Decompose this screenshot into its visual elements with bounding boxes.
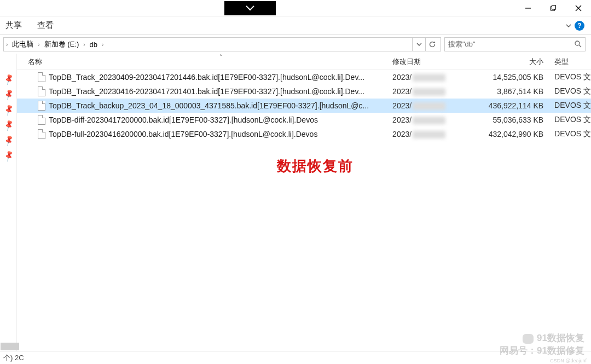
- search-box[interactable]: 搜索"db": [444, 37, 586, 51]
- chevron-down-icon: [566, 24, 571, 28]
- refresh-icon: [428, 41, 436, 48]
- refresh-button[interactable]: [425, 38, 438, 51]
- column-header-name[interactable]: 名称: [17, 54, 392, 70]
- file-icon: [38, 86, 45, 96]
- file-name-cell: TopDB-full-20230416200000.bak.id[1E79EF0…: [17, 129, 392, 139]
- file-size-cell: 14,525,005 KB: [469, 73, 551, 82]
- chevron-right-icon: ›: [38, 42, 39, 48]
- file-type-cell: DEVOS 文: [551, 129, 591, 139]
- file-date-cell: 2023/: [392, 73, 469, 82]
- chevron-right-icon: ›: [102, 42, 103, 48]
- ribbon-tab-view[interactable]: 查看: [37, 20, 54, 31]
- help-icon[interactable]: ?: [575, 21, 584, 31]
- search-placeholder: 搜索"db": [448, 39, 476, 49]
- file-name-text: TopDB_Track_20230409-20230417201446.bak.…: [49, 73, 364, 82]
- file-size-cell: 55,036,633 KB: [469, 115, 551, 124]
- minimize-button[interactable]: [515, 0, 541, 16]
- column-header-size[interactable]: 大小: [469, 54, 551, 70]
- maximize-icon: [550, 5, 557, 11]
- address-dropdown-button[interactable]: [412, 38, 425, 51]
- search-icon: [574, 40, 582, 48]
- ribbon-tab-share[interactable]: 共享: [5, 20, 22, 31]
- ribbon-expand-chevron[interactable]: [566, 24, 571, 28]
- sidebar-scrollbar[interactable]: [1, 343, 19, 350]
- file-rows: TopDB_Track_20230409-20230417201446.bak.…: [17, 70, 591, 141]
- minimize-icon: [525, 5, 531, 11]
- chevron-right-icon: ›: [83, 42, 85, 48]
- file-row[interactable]: TopDB_Track_20230416-20230417201401.bak.…: [17, 84, 591, 99]
- file-row[interactable]: TopDB-full-20230416200000.bak.id[1E79EF0…: [17, 127, 591, 141]
- breadcrumb-volume[interactable]: 新加卷 (E:): [42, 39, 82, 49]
- search-button[interactable]: [574, 40, 582, 49]
- file-date-prefix: 2023/: [392, 73, 412, 82]
- breadcrumb-label: db: [90, 41, 97, 49]
- file-date-blurred: [413, 74, 445, 82]
- file-date-cell: 2023/: [392, 101, 469, 110]
- svg-point-5: [575, 41, 580, 45]
- file-name-text: TopDB-diff-20230417200000.bak.id[1E79EF0…: [49, 115, 318, 124]
- file-icon: [38, 115, 45, 125]
- file-name-cell: TopDB_Track_20230409-20230417201446.bak.…: [17, 72, 392, 82]
- file-name-text: TopDB_Track_backup_2023_04_18_000003_437…: [49, 101, 369, 110]
- svg-line-6: [579, 45, 581, 47]
- file-row[interactable]: TopDB_Track_20230409-20230417201446.bak.…: [17, 70, 591, 84]
- column-headers: 名称 修改日期 大小 类型 ˄: [17, 54, 591, 70]
- ribbon-collapse-dropdown[interactable]: [224, 1, 276, 15]
- breadcrumb-this-pc[interactable]: 此电脑: [10, 39, 36, 49]
- window-controls: [515, 0, 591, 16]
- pin-icon[interactable]: 📌: [2, 73, 15, 85]
- file-size-cell: 3,867,514 KB: [469, 87, 551, 96]
- file-name-cell: TopDB_Track_20230416-20230417201401.bak.…: [17, 86, 392, 96]
- file-row[interactable]: TopDB-diff-20230417200000.bak.id[1E79EF0…: [17, 113, 591, 127]
- main-area: 📌 📌 📌 📌 📌 📌 名称 修改日期 大小 类型 ˄ TopDB_Track_…: [0, 54, 591, 351]
- breadcrumb-label: 新加卷 (E:): [44, 39, 79, 49]
- address-bar[interactable]: › 此电脑 › 新加卷 (E:) › db ›: [3, 37, 441, 51]
- pin-icon[interactable]: 📌: [2, 88, 15, 100]
- nav-row: › 此电脑 › 新加卷 (E:) › db › 搜索"db": [0, 35, 591, 54]
- file-date-blurred: [413, 102, 445, 110]
- file-date-cell: 2023/: [392, 87, 469, 96]
- pin-icon[interactable]: 📌: [2, 134, 15, 146]
- file-type-cell: DEVOS 文: [551, 101, 591, 111]
- quick-access-sidebar: 📌 📌 📌 📌 📌 📌: [0, 54, 17, 351]
- file-type-cell: DEVOS 文: [551, 86, 591, 96]
- chevron-down-icon: [246, 5, 254, 11]
- close-icon: [575, 5, 582, 11]
- file-size-cell: 436,922,114 KB: [469, 101, 551, 110]
- file-row[interactable]: TopDB_Track_backup_2023_04_18_000003_437…: [17, 99, 591, 113]
- file-date-blurred: [413, 131, 445, 138]
- status-bar: 个) 2C: [0, 351, 591, 364]
- ribbon-tabs: 共享 查看 ?: [0, 16, 591, 35]
- column-header-type[interactable]: 类型: [551, 54, 591, 70]
- file-icon: [38, 101, 45, 111]
- sort-indicator-icon: ˄: [219, 54, 222, 60]
- breadcrumb-folder[interactable]: db: [88, 41, 100, 49]
- file-date-cell: 2023/: [392, 115, 469, 124]
- column-header-date[interactable]: 修改日期: [392, 54, 469, 70]
- pin-icon[interactable]: 📌: [2, 149, 15, 161]
- file-list-pane: 名称 修改日期 大小 类型 ˄ TopDB_Track_20230409-202…: [17, 54, 591, 351]
- chevron-right-icon[interactable]: ›: [6, 42, 8, 48]
- title-bar: [0, 0, 591, 16]
- pin-icon[interactable]: 📌: [2, 119, 15, 131]
- maximize-button[interactable]: [541, 0, 566, 16]
- file-date-prefix: 2023/: [392, 101, 412, 110]
- chevron-down-icon: [416, 42, 422, 47]
- file-icon: [38, 72, 45, 82]
- breadcrumb-label: 此电脑: [12, 39, 33, 49]
- file-date-cell: 2023/: [392, 130, 469, 138]
- file-date-prefix: 2023/: [392, 87, 412, 96]
- overlay-caption: 数据恢复前: [277, 157, 354, 176]
- file-icon: [38, 129, 45, 139]
- file-date-blurred: [413, 117, 445, 124]
- file-date-prefix: 2023/: [392, 115, 412, 124]
- close-button[interactable]: [566, 0, 591, 16]
- file-date-blurred: [413, 88, 445, 96]
- file-name-cell: TopDB-diff-20230417200000.bak.id[1E79EF0…: [17, 115, 392, 125]
- pin-icon[interactable]: 📌: [2, 103, 15, 115]
- file-name-text: TopDB-full-20230416200000.bak.id[1E79EF0…: [49, 130, 317, 138]
- file-type-cell: DEVOS 文: [551, 72, 591, 82]
- file-type-cell: DEVOS 文: [551, 115, 591, 125]
- status-text: 个) 2C: [3, 353, 24, 363]
- file-name-text: TopDB_Track_20230416-20230417201401.bak.…: [49, 87, 364, 96]
